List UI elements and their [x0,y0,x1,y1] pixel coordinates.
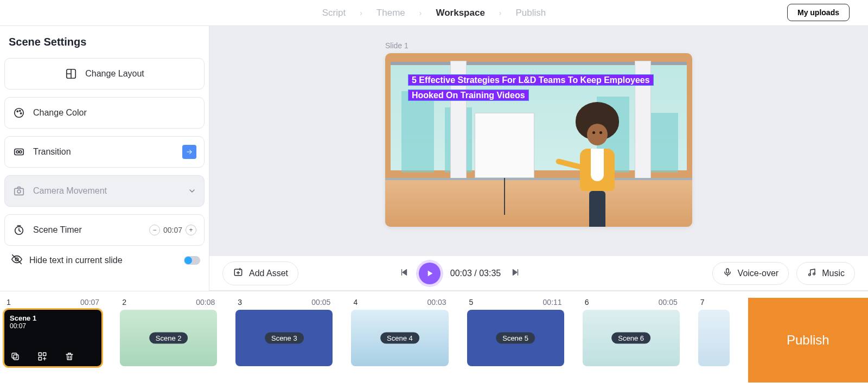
playbar: Add Asset 00:03 / 03:35 [209,256,868,291]
top-bar: Script › Theme › Workspace › Publish My … [0,0,868,26]
duplicate-scene-button[interactable] [10,351,21,362]
change-layout-button[interactable]: Change Layout [4,58,205,90]
transition-icon [12,145,25,158]
skip-back-button[interactable] [399,267,409,279]
add-asset-icon [233,267,244,280]
add-scene-button[interactable] [37,351,48,362]
svg-rect-17 [12,353,17,358]
svg-point-1 [15,108,24,118]
microphone-icon [723,267,732,279]
add-asset-label: Add Asset [249,269,288,278]
svg-point-2 [17,111,18,112]
layout-icon [65,67,78,80]
svg-point-3 [20,110,21,111]
transition-button[interactable]: Transition [4,136,205,168]
publish-button[interactable]: Publish [748,298,868,382]
timer-increase-button[interactable]: + [186,225,196,235]
chevron-right-icon: › [360,9,362,17]
timeline: 100:07 Scene 1 00:07 200:08 Scene 2 300:… [0,291,868,383]
transition-label: Transition [33,147,71,157]
svg-point-4 [21,113,22,114]
my-uploads-button[interactable]: My uploads [787,4,850,21]
breadcrumb-step-theme[interactable]: Theme [376,8,405,18]
svg-point-9 [17,190,21,193]
scene-timer-label: Scene Timer [33,225,82,235]
add-asset-button[interactable]: Add Asset [222,261,298,285]
hide-text-label: Hide text in current slide [29,256,123,265]
change-color-button[interactable]: Change Color [4,97,205,129]
timeline-scene-2[interactable]: 200:08 Scene 2 [120,298,217,383]
slide-label: Slide 1 [385,41,692,50]
svg-rect-20 [39,358,41,360]
skip-forward-button[interactable] [510,267,520,279]
change-color-label: Change Color [33,108,87,118]
palette-icon [12,106,25,119]
scene-settings-panel: Scene Settings Change Layout Change Colo… [0,26,209,291]
svg-point-6 [16,151,18,153]
workspace: Slide 1 5 Effective Strategies For L&D T… [209,26,868,291]
svg-rect-13 [726,269,729,273]
scene-timer-row[interactable]: Scene Timer − 00:07 + [4,214,205,246]
delete-scene-button[interactable] [64,351,75,362]
camera-icon [12,184,25,197]
timeline-scene-title: Scene 1 [10,314,96,322]
hide-text-row: Hide text in current slide [4,253,205,267]
timeline-scene-3[interactable]: 300:05 Scene 3 [235,298,333,383]
slide-headline[interactable]: 5 Effective Strategies For L&D Teams To … [408,73,668,103]
chevron-down-icon [188,187,196,195]
music-label: Music [822,269,845,278]
voice-over-button[interactable]: Voice-over [712,262,789,285]
timeline-scene-5[interactable]: 500:11 Scene 5 [467,298,564,383]
svg-rect-19 [43,353,46,355]
slide-headline-text: 5 Effective Strategies For L&D Teams To … [408,74,654,101]
timer-decrease-button[interactable]: − [149,225,160,235]
svg-point-7 [20,151,22,153]
change-layout-label: Change Layout [85,69,144,79]
timeline-scene-6[interactable]: 600:05 Scene 6 [583,298,680,383]
playback-time: 00:03 / 03:35 [450,269,501,278]
slide-easel [472,113,537,216]
timer-icon [12,224,25,237]
chevron-right-icon: › [419,9,422,17]
chevron-right-icon: › [499,9,502,17]
breadcrumb-step-workspace[interactable]: Workspace [436,8,484,18]
eye-off-icon [11,253,23,267]
timeline-scene-4[interactable]: 400:03 Scene 4 [351,298,448,383]
play-button[interactable] [419,263,441,284]
breadcrumb: Script › Theme › Workspace › Publish [322,8,546,18]
scene-timer-value: 00:07 [163,226,182,234]
slide-character [567,102,627,227]
timeline-scene-7[interactable]: 7 [698,298,730,383]
svg-rect-16 [14,355,18,360]
svg-point-15 [813,273,815,275]
music-icon [807,267,816,279]
camera-movement-label: Camera Movement [33,186,107,196]
hide-text-toggle[interactable] [184,256,200,265]
camera-movement-button: Camera Movement [4,175,205,207]
svg-point-14 [809,273,811,276]
voice-over-label: Voice-over [738,269,779,278]
music-button[interactable]: Music [796,262,855,285]
timeline-scene-subtime: 00:07 [10,322,96,330]
breadcrumb-step-script[interactable]: Script [322,8,346,18]
svg-rect-18 [39,353,41,355]
timeline-scene-1[interactable]: 100:07 Scene 1 00:07 [4,298,101,383]
slide-canvas[interactable]: 5 Effective Strategies For L&D Teams To … [385,53,692,227]
breadcrumb-step-publish[interactable]: Publish [516,8,546,18]
scene-settings-title: Scene Settings [4,36,205,48]
transition-arrow-icon [182,145,196,159]
